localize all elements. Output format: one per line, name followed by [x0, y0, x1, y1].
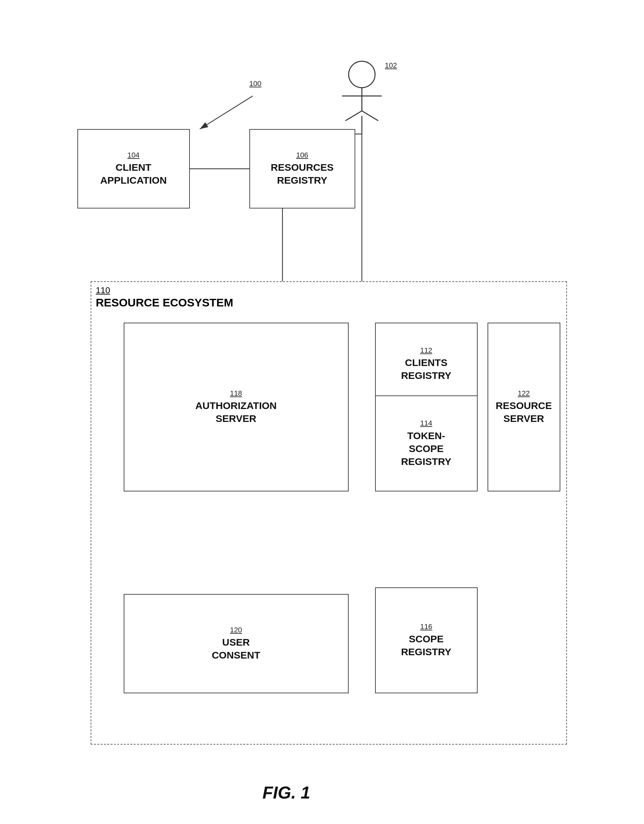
user-consent-title: USER CONSENT [129, 636, 343, 661]
resources-registry-box: 106 RESOURCES REGISTRY [249, 129, 355, 209]
client-application-title: CLIENT APPLICATION [83, 161, 185, 187]
authorization-server-title: AUTHORIZATION SERVER [129, 399, 343, 425]
authorization-server-box: 118 AUTHORIZATION SERVER [124, 323, 349, 492]
token-scope-registry-title: TOKEN- SCOPE REGISTRY [380, 429, 472, 468]
scope-registry-box: 116 SCOPE REGISTRY [375, 587, 478, 693]
client-application-box: 104 CLIENT APPLICATION [77, 129, 190, 209]
user-consent-label: 120 [230, 626, 242, 634]
resource-server-box: 122 RESOURCE SERVER [488, 323, 560, 492]
client-application-label: 104 [127, 151, 140, 160]
resources-registry-label: 106 [296, 151, 308, 160]
label-100: 100 [249, 80, 262, 88]
clients-registry-title: CLIENTS REGISTRY [380, 356, 472, 382]
svg-line-20 [362, 111, 379, 121]
token-scope-registry-label: 114 [420, 419, 432, 427]
scope-registry-title: SCOPE REGISTRY [380, 632, 472, 658]
label-102: 102 [385, 61, 397, 70]
resources-registry-title: RESOURCES REGISTRY [255, 161, 350, 187]
svg-point-16 [349, 61, 375, 88]
svg-line-19 [345, 111, 362, 121]
scope-registry-label: 116 [420, 623, 432, 631]
token-scope-registry-box: 114 TOKEN- SCOPE REGISTRY [375, 395, 478, 492]
resource-ecosystem-title: RESOURCE ECOSYSTEM [96, 296, 233, 309]
svg-line-0 [200, 96, 253, 129]
user-consent-box: 120 USER CONSENT [124, 594, 349, 693]
resource-server-title: RESOURCE SERVER [493, 399, 555, 425]
person-figure [336, 58, 388, 122]
clients-registry-box: 112 CLIENTS REGISTRY [375, 323, 478, 405]
clients-registry-label: 112 [420, 346, 432, 355]
authorization-server-label: 118 [230, 389, 242, 398]
figure-caption: FIG. 1 [263, 782, 310, 802]
resource-ecosystem-label: 110 [96, 285, 110, 295]
resource-server-label: 122 [518, 389, 530, 398]
